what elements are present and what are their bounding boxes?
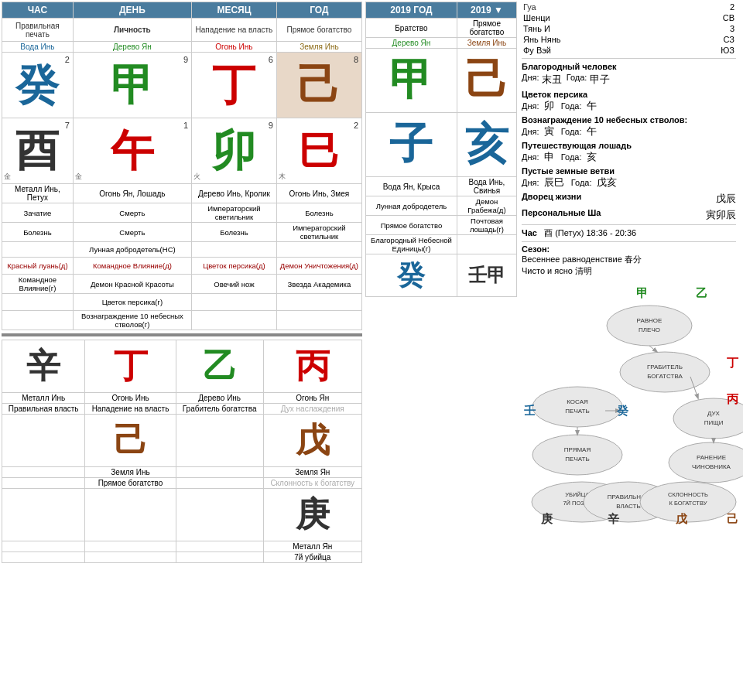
day-stem-cell: 9 甲 (73, 53, 191, 118)
b4-1-empty (2, 552, 85, 563)
gua-value: 2 (673, 2, 736, 12)
svg-text:ПЛЕЧО: ПЛЕЧО (639, 326, 660, 333)
stem3-cell: 乙 (176, 340, 263, 393)
year2019a-branch-elem: Вода Ян, Крыса (366, 177, 457, 196)
year2019b-special1: Демон Грабежа(д) (457, 196, 516, 216)
year-label: Прямое богатство (276, 19, 361, 42)
svg-text:ПИЩИ: ПИЩИ (704, 419, 724, 426)
year-special3 (276, 242, 361, 258)
day-element: Дерево Ян (73, 42, 191, 53)
bazi-top-section: ЧАС ДЕНЬ МЕСЯЦ ГОД Правильная печать Лич… (2, 2, 362, 330)
svg-text:ГРАБИТЕЛЬ: ГРАБИТЕЛЬ (647, 364, 683, 370)
month-special3 (192, 242, 277, 258)
stem1-char: 辛 (26, 343, 60, 389)
year-branch-element: Огонь Инь, Змея (276, 184, 361, 203)
hour-special3 (2, 242, 74, 258)
left-panel: ЧАС ДЕНЬ МЕСЯЦ ГОД Правильная печать Лич… (0, 0, 364, 565)
bottom-stems-section: 辛 丁 乙 丙 (2, 340, 362, 563)
svg-point-3 (620, 352, 710, 392)
year2019a-stem-char: 甲 (389, 51, 433, 110)
reward-year-label: Года: (561, 127, 582, 136)
cycle-diagram: РАВНОЕ ПЛЕЧО ГРАБИТЕЛЬ БОГАТСТВА ДУХ ПИЩ… (522, 283, 738, 523)
year-table: 2019 ГОД 2019 ▼ Братство Прямое богатств… (365, 2, 517, 297)
noble-label: Благородный человек (522, 61, 736, 72)
day-special1: Смерть (73, 203, 191, 223)
stem1-cell: 辛 (2, 340, 85, 393)
season1: Весеннее равноденствие 春分 (522, 254, 736, 265)
noble-day-val: 末丑 (542, 73, 562, 87)
header-day: ДЕНЬ (73, 2, 191, 19)
b3-1-empty (2, 541, 85, 552)
info-table: Гуа 2 Шенци СВ Тянь И 3 Янь Нянь СЗ Фу В… (522, 2, 736, 56)
empty-section: Пустые земные ветви Дня: 辰巳 Года: 戊亥 (522, 166, 736, 190)
hour-stem-cell: 2 癸 (2, 53, 74, 118)
day-branch-prefix: 金 (75, 172, 82, 182)
day-special2: Смерть (73, 223, 191, 242)
day-pillar2: Демон Красной Красоты (73, 275, 191, 294)
month-branch-num: 9 (269, 121, 273, 130)
b3-4-element: Металл Ян (263, 541, 361, 552)
year2019a-special2: Лунная добродетель (366, 196, 457, 216)
b3-3-empty (176, 541, 263, 552)
year-pillar2: Звезда Академика (276, 275, 361, 294)
header-hour: ЧАС (2, 2, 74, 19)
svg-text:丙: 丙 (727, 392, 739, 405)
peach-year-val: 午 (587, 100, 597, 111)
noble-row: Дня: 末丑 Года: 甲子 (522, 72, 736, 87)
noble-year-val: 甲子 (590, 73, 610, 87)
noble-day-label: Дня: (522, 73, 539, 87)
month-branch-char: 卯 (212, 129, 255, 172)
horse-day-val: 申 (544, 151, 554, 162)
shenzi-value: СВ (673, 12, 736, 23)
year2019b-branch-cell: 亥 (457, 113, 516, 177)
peach-section: Цветок персика Дня: 卯 Года: 午 (522, 90, 736, 113)
header-month: МЕСЯЦ (192, 2, 277, 19)
branch4-cell: 戊 (263, 415, 361, 467)
day-branch-char: 午 (111, 129, 154, 172)
b24-char: 庚 (296, 492, 330, 538)
horse-section: Путешествующая лошадь Дня: 申 Года: 亥 (522, 141, 736, 164)
svg-text:ВЛАСТЬ: ВЛАСТЬ (616, 503, 640, 510)
svg-text:ПРЯМАЯ: ПРЯМАЯ (564, 446, 591, 453)
svg-text:СКЛОННОСТЬ: СКЛОННОСТЬ (668, 491, 708, 498)
branch2-char: 己 (114, 418, 148, 463)
svg-text:БОГАТСТВА: БОГАТСТВА (647, 373, 683, 380)
month-branch-element: Дерево Инь, Кролик (192, 184, 277, 203)
empty-row: Дня: 辰巳 Года: 戊亥 (522, 176, 736, 190)
noble-year-label: Года: (567, 73, 587, 87)
year-branch-cell: 木 巳 2 (276, 118, 361, 184)
bottom-stems-table: 辛 丁 乙 丙 (2, 340, 362, 563)
day-branch-num: 1 (183, 121, 188, 130)
year2019b-bottom-char-cell: 壬甲 (457, 254, 516, 297)
year2019a-branch-cell: 子 (366, 113, 457, 177)
year2019b-top-label: Прямое богатство (457, 19, 516, 38)
empty-day-label: Дня: (522, 178, 539, 187)
year2019a-label-bottom: Прямое богатство (366, 216, 457, 235)
stem4-element: Огонь Ян (263, 393, 361, 404)
day-branch-cell: 金 午 1 (73, 118, 191, 184)
svg-text:ПЕЧАТЬ: ПЕЧАТЬ (565, 408, 589, 415)
noble-section: Благородный человек Дня: 末丑 Года: 甲子 (522, 61, 736, 87)
year2019b-stem-char: 己 (465, 51, 508, 110)
stem1-role: Правильная власть (2, 404, 85, 415)
svg-text:РАНЕНИЕ: РАНЕНИЕ (697, 454, 726, 461)
hour-branch-cell: 金 酉 7 (2, 118, 74, 184)
year2019a-bottom-char-cell: 癸 (366, 254, 457, 297)
year-branch-char: 巳 (299, 131, 339, 171)
fuvei-value: ЮЗ (673, 45, 736, 56)
hour-stem-num: 2 (65, 55, 70, 64)
horse-year-val: 亥 (587, 151, 597, 162)
b1-elem-empty (2, 467, 85, 478)
svg-text:乙: 乙 (696, 286, 707, 299)
month-label: Нападение на власть (192, 19, 277, 42)
hour-branch-element: Металл Инь, Петух (2, 184, 74, 203)
b4-4-role: 7й убийца (263, 552, 361, 563)
svg-text:癸: 癸 (616, 404, 629, 417)
year2019a-top-label: Братство (366, 19, 457, 38)
year2019a-bottom-char: 癸 (397, 259, 425, 291)
month-stem-cell: 6 丁 (192, 53, 277, 118)
personal-sha-value: 寅卯辰 (706, 208, 736, 222)
day-stem-num: 9 (183, 55, 188, 64)
year2019b-header: 2019 ▼ (457, 2, 516, 19)
month-branch-cell: 火 卯 9 (192, 118, 277, 184)
